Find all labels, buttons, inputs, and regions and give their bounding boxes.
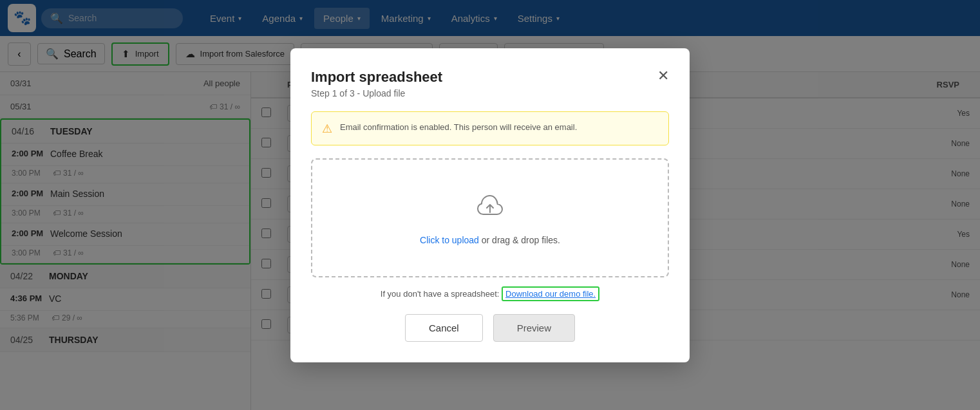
modal-close-button[interactable]: ✕ [657,69,669,83]
upload-zone[interactable]: Click to upload or drag & drop files. [311,158,669,277]
alert-icon: ⚠ [322,122,332,136]
alert-box: ⚠ Email confirmation is enabled. This pe… [311,111,669,145]
upload-cloud-icon [328,191,652,227]
preview-button[interactable]: Preview [493,314,575,342]
modal-actions: Cancel Preview [311,314,669,342]
demo-text: If you don't have a spreadsheet: Downloa… [311,289,669,299]
demo-file-link[interactable]: Download our demo file. [502,286,599,301]
modal-overlay[interactable]: Import spreadsheet Step 1 of 3 - Upload … [0,0,980,410]
alert-text: Email confirmation is enabled. This pers… [340,121,577,134]
import-modal: Import spreadsheet Step 1 of 3 - Upload … [290,48,690,362]
click-to-upload-link[interactable]: Click to upload [420,235,479,245]
modal-header: Import spreadsheet Step 1 of 3 - Upload … [311,69,669,98]
cancel-button[interactable]: Cancel [405,314,483,342]
modal-title-group: Import spreadsheet Step 1 of 3 - Upload … [311,69,442,98]
modal-title: Import spreadsheet [311,69,442,86]
upload-text: Click to upload or drag & drop files. [328,235,652,245]
modal-subtitle: Step 1 of 3 - Upload file [311,88,442,98]
